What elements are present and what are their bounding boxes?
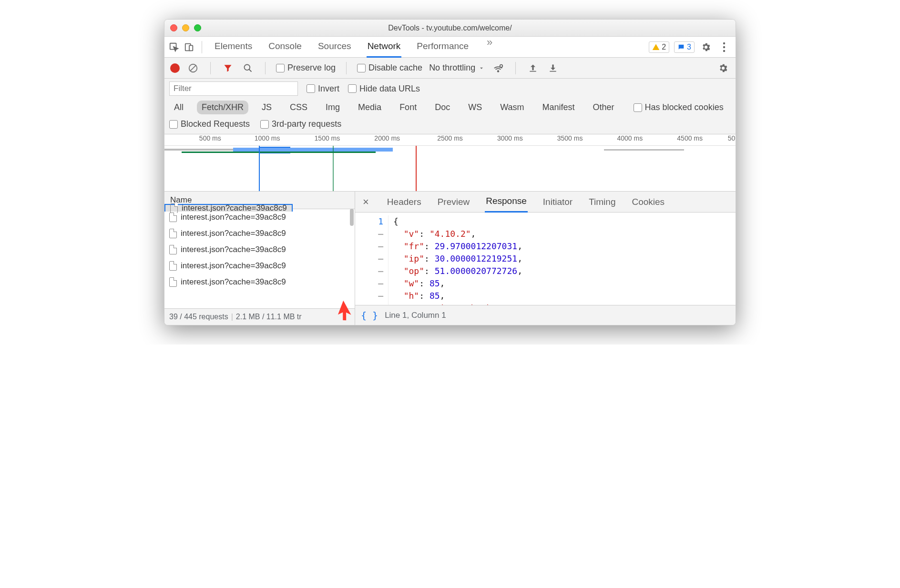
- filter-funnel-icon[interactable]: [221, 61, 235, 75]
- messages-badge[interactable]: 3: [674, 41, 695, 53]
- chip-manifest[interactable]: Manifest: [538, 101, 580, 114]
- tick-label: 50: [728, 134, 736, 142]
- tick-label: 3500 ms: [557, 134, 583, 142]
- tick-label: 1500 ms: [315, 134, 340, 142]
- type-filter-chips: All Fetch/XHR JS CSS Img Media Font Doc …: [169, 101, 731, 114]
- kebab-menu-icon[interactable]: [717, 41, 731, 54]
- zoom-window-button[interactable]: [194, 24, 201, 31]
- annotation-arrow-icon: [334, 300, 356, 324]
- chip-ws[interactable]: WS: [463, 101, 487, 114]
- network-conditions-icon[interactable]: [491, 61, 505, 75]
- tab-response[interactable]: Response: [485, 191, 528, 213]
- tab-elements[interactable]: Elements: [214, 36, 253, 58]
- tick-label: 3000 ms: [497, 134, 523, 142]
- scrollbar-thumb[interactable]: [350, 209, 354, 226]
- file-icon: [169, 277, 177, 287]
- chip-doc[interactable]: Doc: [430, 101, 455, 114]
- request-list[interactable]: interest.json?cache=39ac8c9 interest.jso…: [164, 209, 355, 308]
- network-toolbar: Preserve log Disable cache No throttling: [164, 58, 736, 79]
- warnings-badge[interactable]: 2: [649, 41, 669, 53]
- tab-headers[interactable]: Headers: [386, 192, 422, 212]
- network-settings-gear-icon[interactable]: [716, 61, 730, 75]
- request-row[interactable]: interest.json?cache=39ac8c9: [164, 242, 355, 258]
- chip-media[interactable]: Media: [353, 101, 386, 114]
- more-tabs-icon[interactable]: »: [484, 36, 495, 58]
- chip-other[interactable]: Other: [588, 101, 619, 114]
- tick-label: 500 ms: [199, 134, 221, 142]
- svg-point-10: [498, 71, 499, 72]
- detail-panel: × Headers Preview Response Initiator Tim…: [355, 192, 736, 325]
- titlebar: DevTools - tv.youtube.com/welcome/: [164, 20, 736, 37]
- tab-network[interactable]: Network: [367, 36, 402, 58]
- request-row[interactable]: interest.json?cache=39ac8c9: [164, 258, 355, 274]
- blocked-requests-checkbox[interactable]: Blocked Requests: [169, 119, 250, 129]
- upload-har-icon[interactable]: [526, 61, 540, 75]
- filter-input[interactable]: [169, 81, 298, 96]
- third-party-checkbox[interactable]: 3rd-party requests: [260, 119, 341, 129]
- filter-area: Invert Hide data URLs All Fetch/XHR JS C…: [164, 79, 736, 134]
- chip-wasm[interactable]: Wasm: [495, 101, 529, 114]
- svg-rect-12: [530, 71, 536, 71]
- close-detail-icon[interactable]: ×: [360, 196, 372, 208]
- clear-icon[interactable]: [186, 61, 200, 75]
- invert-checkbox[interactable]: Invert: [307, 84, 339, 94]
- preserve-log-checkbox[interactable]: Preserve log: [276, 63, 336, 73]
- tab-initiator[interactable]: Initiator: [542, 192, 573, 212]
- main-split: Name interest.json?cache=39ac8c9 interes…: [164, 192, 736, 325]
- tick-label: 4500 ms: [677, 134, 703, 142]
- svg-line-7: [190, 65, 196, 71]
- file-icon: [169, 229, 177, 238]
- search-icon[interactable]: [241, 61, 255, 75]
- file-icon: [169, 245, 177, 254]
- device-toolbar-icon[interactable]: [183, 41, 196, 54]
- tick-label: 2000 ms: [374, 134, 400, 142]
- cursor-position: Line 1, Column 1: [385, 311, 446, 320]
- settings-gear-icon[interactable]: [699, 41, 713, 54]
- chip-css[interactable]: CSS: [285, 101, 312, 114]
- tick-label: 1000 ms: [255, 134, 280, 142]
- tab-preview[interactable]: Preview: [437, 192, 471, 212]
- chip-fetch-xhr[interactable]: Fetch/XHR: [197, 101, 248, 114]
- request-list-panel: Name interest.json?cache=39ac8c9 interes…: [164, 192, 355, 325]
- tick-label: 4000 ms: [617, 134, 643, 142]
- tab-performance[interactable]: Performance: [416, 36, 470, 58]
- has-blocked-cookies-checkbox[interactable]: Has blocked cookies: [634, 102, 724, 112]
- timeline-overview[interactable]: 500 ms 1000 ms 1500 ms 2000 ms 2500 ms 3…: [164, 134, 736, 192]
- svg-point-8: [245, 64, 250, 70]
- tick-label: 2500 ms: [437, 134, 463, 142]
- chip-all[interactable]: All: [169, 101, 188, 114]
- main-tabbar: Elements Console Sources Network Perform…: [164, 37, 736, 58]
- minimize-window-button[interactable]: [182, 24, 189, 31]
- inspect-element-icon[interactable]: [167, 41, 181, 54]
- requests-summary: 39 / 445 requests | 2.1 MB / 11.1 MB tr: [164, 308, 355, 325]
- request-row[interactable]: interest.json?cache=39ac8c9: [164, 274, 355, 290]
- tab-cookies[interactable]: Cookies: [631, 192, 665, 212]
- svg-line-9: [249, 69, 252, 71]
- tab-console[interactable]: Console: [267, 36, 303, 58]
- response-statusbar: { } Line 1, Column 1: [355, 305, 736, 325]
- chip-font[interactable]: Font: [395, 101, 421, 114]
- disable-cache-checkbox[interactable]: Disable cache: [357, 63, 422, 73]
- window-title: DevTools - tv.youtube.com/welcome/: [164, 24, 736, 32]
- throttling-select[interactable]: No throttling: [429, 63, 485, 73]
- tab-sources[interactable]: Sources: [317, 36, 352, 58]
- record-button[interactable]: [170, 63, 180, 73]
- messages-count: 3: [687, 43, 691, 51]
- chip-js[interactable]: JS: [257, 101, 276, 114]
- close-window-button[interactable]: [170, 24, 177, 31]
- svg-point-3: [723, 42, 725, 44]
- file-icon: [169, 213, 177, 222]
- svg-rect-13: [550, 71, 556, 71]
- response-body[interactable]: 1 –––––––– { "v": "4.10.2", "fr": 29.970…: [355, 213, 736, 305]
- svg-point-5: [723, 50, 725, 51]
- warnings-count: 2: [662, 43, 666, 51]
- hide-data-urls-checkbox[interactable]: Hide data URLs: [348, 84, 420, 94]
- chip-img[interactable]: Img: [321, 101, 345, 114]
- download-har-icon[interactable]: [546, 61, 560, 75]
- request-row[interactable]: interest.json?cache=39ac8c9: [164, 209, 293, 212]
- tab-timing[interactable]: Timing: [588, 192, 616, 212]
- request-row[interactable]: interest.json?cache=39ac8c9: [164, 225, 355, 242]
- svg-rect-2: [189, 45, 193, 51]
- pretty-print-button[interactable]: { }: [361, 311, 378, 320]
- svg-point-11: [500, 64, 503, 67]
